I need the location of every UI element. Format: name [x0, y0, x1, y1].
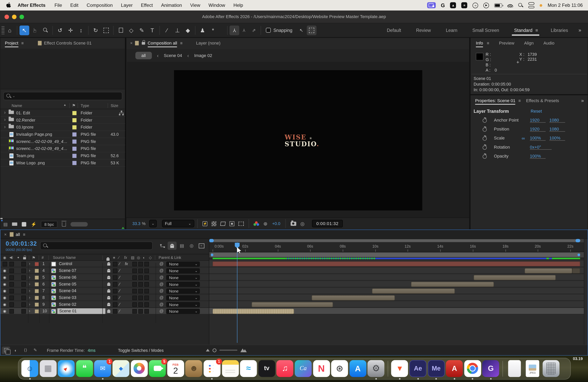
- frame-blending-toggle-icon[interactable]: ▤: [177, 242, 186, 250]
- layer-bar-scene02[interactable]: [252, 302, 333, 307]
- link-dimensions-icon[interactable]: ∞: [522, 136, 525, 141]
- track-row-scene05[interactable]: [209, 281, 584, 287]
- snapping-label[interactable]: Snapping: [273, 28, 293, 33]
- dock-apple-tv[interactable]: tv: [258, 360, 275, 378]
- layer-bar-scene03[interactable]: [312, 295, 395, 300]
- parent-link-dropdown[interactable]: None⌄: [166, 288, 200, 294]
- dock-photos[interactable]: [131, 360, 147, 378]
- parent-link-dropdown[interactable]: None⌄: [166, 308, 200, 314]
- shy-layers-toggle-icon[interactable]: [168, 242, 177, 250]
- menu-file[interactable]: File: [54, 2, 62, 8]
- tab-timeline-all[interactable]: all: [16, 232, 20, 236]
- quality-icon[interactable]: ∕: [119, 301, 120, 308]
- menu-app-name[interactable]: After Effects: [18, 2, 45, 8]
- pan-camera-tool[interactable]: ✛: [65, 25, 75, 35]
- spotlight-search-icon[interactable]: [518, 3, 523, 8]
- dock-trash[interactable]: [543, 360, 559, 378]
- battery-icon[interactable]: [494, 3, 503, 7]
- item-name[interactable]: 03.Ignore: [16, 125, 34, 129]
- pick-whip-icon[interactable]: @: [159, 301, 164, 308]
- pick-whip-icon[interactable]: @: [159, 288, 164, 294]
- toolbar-grip[interactable]: [1, 26, 4, 34]
- breadcrumb-scene-04[interactable]: Scene 04: [164, 53, 182, 58]
- label-column-icon[interactable]: ⚑: [72, 103, 76, 108]
- column-parent-link[interactable]: Parent & Link: [159, 255, 181, 259]
- track-row-scene04[interactable]: [209, 288, 584, 294]
- expand-icon[interactable]: ›: [4, 124, 6, 129]
- workspace-standard[interactable]: Standard: [507, 24, 540, 36]
- menu-help[interactable]: Help: [233, 2, 243, 8]
- composition-mini-flowchart-icon[interactable]: [158, 242, 167, 250]
- reset-link[interactable]: Reset: [531, 109, 542, 113]
- menu-edit[interactable]: Edit: [70, 2, 79, 8]
- work-area-bar[interactable]: [209, 252, 584, 257]
- property-value-x[interactable]: 100%: [530, 136, 546, 141]
- rectangle-tool[interactable]: [116, 25, 126, 35]
- exposure-value[interactable]: +0.0: [272, 221, 280, 226]
- solo-column-icon[interactable]: ●: [17, 255, 19, 259]
- dock-chrome[interactable]: [464, 360, 481, 378]
- layer-label-swatch[interactable]: [35, 302, 39, 306]
- layer-row-scene03[interactable]: ◉ › 8 Scene 03 ∕ @ None⌄: [0, 295, 209, 301]
- mask-visibility-icon[interactable]: [219, 222, 228, 226]
- menu-composition[interactable]: Composition: [87, 2, 113, 8]
- pick-whip-icon[interactable]: @: [159, 261, 164, 267]
- screen-share-icon[interactable]: [427, 2, 436, 8]
- project-row-folder[interactable]: › 02.Render Folder: [0, 117, 125, 124]
- stopwatch-icon[interactable]: [483, 118, 487, 123]
- eye-icon[interactable]: ◉: [3, 274, 6, 281]
- menu-window[interactable]: Window: [209, 2, 225, 8]
- item-name[interactable]: 02.Render: [16, 118, 35, 122]
- breadcrumb-all[interactable]: all: [135, 52, 152, 59]
- threed-switch-icon[interactable]: ◇: [149, 255, 152, 259]
- draft-icon[interactable]: ✎: [31, 346, 39, 354]
- quality-icon[interactable]: ∕: [119, 281, 120, 287]
- expand-layer-icon[interactable]: ›: [29, 274, 30, 281]
- dock-contacts[interactable]: ☻: [185, 360, 202, 378]
- workspace-overflow-icon[interactable]: »: [576, 27, 584, 33]
- layer-label-swatch[interactable]: [35, 289, 39, 293]
- search-options-icon[interactable]: ⌄: [12, 94, 15, 98]
- eye-icon[interactable]: ◉: [3, 281, 6, 287]
- track-row-scene07[interactable]: [209, 267, 584, 274]
- dock-media-encoder[interactable]: Me: [428, 360, 445, 378]
- layer-label-swatch[interactable]: [35, 262, 39, 266]
- quality-switch-icon[interactable]: ∕: [118, 255, 119, 259]
- layer-label-swatch[interactable]: [35, 296, 39, 299]
- bounding-box-icon[interactable]: [307, 25, 316, 35]
- project-row-png[interactable]: screenc...-02-02-09_49_42.png PNG file: [0, 138, 125, 145]
- control-center-icon[interactable]: [528, 2, 535, 8]
- pick-whip-icon[interactable]: @: [159, 274, 164, 281]
- scrollbar-right-cap[interactable]: [576, 239, 580, 242]
- layer-row-scene04[interactable]: ◉ › 7 Scene 04 ∕ @ None⌄: [0, 288, 209, 294]
- track-row-scene03[interactable]: [209, 295, 584, 301]
- expand-layer-icon[interactable]: ›: [29, 288, 30, 294]
- window-title-bar[interactable]: Adobe After Effects 2026 - /Users/mainma…: [0, 11, 588, 23]
- dock-app-store[interactable]: A: [349, 360, 366, 378]
- pick-whip-icon[interactable]: @: [159, 295, 164, 301]
- preview-timecode[interactable]: 0:00:01:32: [312, 220, 343, 227]
- utility-app-icon[interactable]: ▲: [450, 2, 456, 8]
- parent-link-dropdown[interactable]: None⌄: [166, 281, 200, 287]
- new-composition-icon[interactable]: [22, 222, 26, 226]
- dock-after-effects[interactable]: Ae: [410, 360, 426, 378]
- dock-notes[interactable]: [222, 360, 239, 378]
- eye-icon[interactable]: ◉: [3, 288, 6, 294]
- track-row-scene02[interactable]: [209, 301, 584, 308]
- track-row-scene01-selected[interactable]: [209, 308, 584, 314]
- expand-layer-icon[interactable]: ›: [29, 301, 30, 308]
- layer-row-scene02[interactable]: ◉ › 9 Scene 02 ∕ @ None⌄: [0, 301, 209, 308]
- quality-icon[interactable]: ∕: [119, 274, 120, 281]
- dock-finder[interactable]: ☺: [21, 360, 38, 378]
- close-tab-icon[interactable]: ×: [4, 232, 7, 236]
- property-value[interactable]: 0x+0°: [530, 145, 552, 149]
- work-area-start-handle[interactable]: [211, 254, 213, 256]
- dock-mail[interactable]: ✉1: [94, 360, 111, 378]
- world-axis-mode-button[interactable]: Y: [239, 25, 249, 35]
- quality-icon[interactable]: ∕: [119, 308, 120, 314]
- layer-name[interactable]: Scene 04: [59, 288, 76, 294]
- workspace-small-screen[interactable]: Small Screen: [465, 24, 507, 36]
- quality-icon[interactable]: ∕: [119, 261, 120, 267]
- layer-label-swatch[interactable]: [35, 309, 39, 313]
- close-tab-icon[interactable]: ×: [130, 41, 133, 45]
